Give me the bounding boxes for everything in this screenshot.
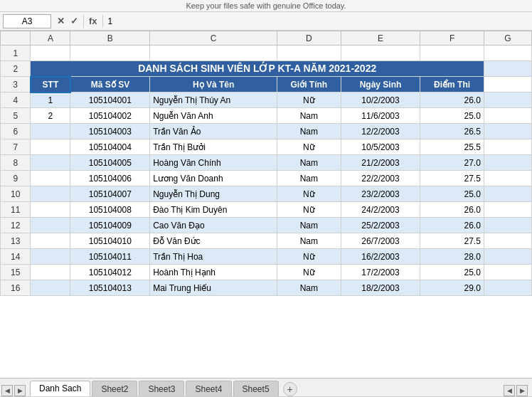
cell-mssv[interactable]: 105104007 bbox=[70, 186, 150, 202]
cell-stt[interactable] bbox=[31, 186, 70, 202]
cell-gioitinh[interactable]: Nam bbox=[277, 233, 341, 249]
cell-stt[interactable] bbox=[31, 265, 70, 280]
cell-mssv[interactable]: 105104008 bbox=[70, 202, 150, 218]
cell-ngaysinh[interactable]: 16/2/2003 bbox=[341, 249, 420, 265]
cell-mssv[interactable]: 105104010 bbox=[70, 233, 150, 249]
cell-diemthi[interactable]: 25.0 bbox=[420, 186, 484, 202]
cell-gioitinh[interactable]: Nam bbox=[277, 171, 341, 186]
cell-stt[interactable]: 2 bbox=[31, 108, 70, 124]
cell-hoten[interactable]: Trần Thị Hoa bbox=[150, 249, 277, 265]
cell-hoten[interactable]: Đào Thị Kim Duyên bbox=[150, 202, 277, 218]
cell-gioitinh[interactable]: Nữ bbox=[277, 186, 341, 202]
cell-hoten[interactable]: Đỗ Văn Đức bbox=[150, 233, 277, 249]
insert-function-btn[interactable]: fx bbox=[86, 16, 100, 26]
cell-mssv[interactable]: 105104011 bbox=[70, 249, 150, 265]
col-header-f[interactable]: F bbox=[420, 31, 484, 46]
cancel-formula-btn[interactable]: ✕ bbox=[54, 16, 68, 26]
cell-ngaysinh[interactable]: 18/2/2003 bbox=[341, 280, 420, 296]
cell-mssv[interactable]: 105104009 bbox=[70, 218, 150, 233]
sheet-scroll-left-icon[interactable]: ◀ bbox=[504, 385, 515, 396]
cell-g15[interactable] bbox=[484, 265, 531, 280]
cell-stt[interactable] bbox=[31, 171, 70, 186]
cell-stt[interactable]: 1 bbox=[31, 92, 70, 108]
confirm-formula-btn[interactable]: ✓ bbox=[68, 16, 81, 26]
cell-g3[interactable] bbox=[484, 77, 531, 92]
header-stt[interactable]: STT bbox=[31, 77, 70, 92]
sheet-tab-sheet5[interactable]: Sheet5 bbox=[233, 381, 279, 396]
cell-g10[interactable] bbox=[484, 186, 531, 202]
header-gioitinh[interactable]: Giới Tính bbox=[277, 77, 341, 92]
add-sheet-btn[interactable]: + bbox=[283, 382, 297, 396]
sheet-tab-sheet4[interactable]: Sheet4 bbox=[186, 381, 231, 396]
col-header-e[interactable]: E bbox=[341, 31, 420, 46]
cell-e1[interactable] bbox=[341, 46, 420, 61]
cell-mssv[interactable]: 105104013 bbox=[70, 280, 150, 296]
cell-g2[interactable] bbox=[484, 61, 531, 77]
cell-g13[interactable] bbox=[484, 233, 531, 249]
cell-hoten[interactable]: Nguễn Văn Anh bbox=[150, 108, 277, 124]
cell-gioitinh[interactable]: Nữ bbox=[277, 202, 341, 218]
cell-ngaysinh[interactable]: 10/2/2003 bbox=[341, 92, 420, 108]
cell-ngaysinh[interactable]: 22/2/2003 bbox=[341, 171, 420, 186]
header-hoten[interactable]: Họ Và Tên bbox=[150, 77, 277, 92]
cell-diemthi[interactable]: 26.0 bbox=[420, 202, 484, 218]
cell-hoten[interactable]: Trần Văn Ảo bbox=[150, 124, 277, 139]
cell-hoten[interactable]: Nguyễn Thị Thúy An bbox=[150, 92, 277, 108]
cell-stt[interactable] bbox=[31, 249, 70, 265]
cell-d1[interactable] bbox=[277, 46, 341, 61]
cell-gioitinh[interactable]: Nam bbox=[277, 218, 341, 233]
sheet-tab-sheet2[interactable]: Sheet2 bbox=[92, 381, 137, 396]
cell-diemthi[interactable]: 25.0 bbox=[420, 108, 484, 124]
cell-gioitinh[interactable]: Nam bbox=[277, 124, 341, 139]
cell-stt[interactable] bbox=[31, 218, 70, 233]
cell-g8[interactable] bbox=[484, 155, 531, 171]
cell-g12[interactable] bbox=[484, 218, 531, 233]
col-header-g[interactable]: G bbox=[484, 31, 531, 46]
cell-diemthi[interactable]: 27.0 bbox=[420, 155, 484, 171]
cell-b1[interactable] bbox=[70, 46, 150, 61]
header-mssv[interactable]: Mã Số SV bbox=[70, 77, 150, 92]
cell-ngaysinh[interactable]: 21/2/2003 bbox=[341, 155, 420, 171]
cell-gioitinh[interactable]: Nữ bbox=[277, 92, 341, 108]
cell-stt[interactable] bbox=[31, 155, 70, 171]
cell-ngaysinh[interactable]: 17/2/2003 bbox=[341, 265, 420, 280]
cell-mssv[interactable]: 105104005 bbox=[70, 155, 150, 171]
cell-g7[interactable] bbox=[484, 139, 531, 155]
cell-diemthi[interactable]: 25.0 bbox=[420, 265, 484, 280]
cell-g11[interactable] bbox=[484, 202, 531, 218]
cell-a1[interactable] bbox=[31, 46, 70, 61]
cell-diemthi[interactable]: 27.5 bbox=[420, 171, 484, 186]
header-ngaysinh[interactable]: Ngày Sinh bbox=[341, 77, 420, 92]
cell-stt[interactable] bbox=[31, 280, 70, 296]
cell-gioitinh[interactable]: Nam bbox=[277, 280, 341, 296]
cell-ngaysinh[interactable]: 26/7/2003 bbox=[341, 233, 420, 249]
cell-hoten[interactable]: Mai Trung Hiếu bbox=[150, 280, 277, 296]
col-header-b[interactable]: B bbox=[70, 31, 150, 46]
cell-mssv[interactable]: 105104003 bbox=[70, 124, 150, 139]
cell-ngaysinh[interactable]: 12/2/2003 bbox=[341, 124, 420, 139]
cell-hoten[interactable]: Cao Văn Đạo bbox=[150, 218, 277, 233]
cell-mssv[interactable]: 105104006 bbox=[70, 171, 150, 186]
cell-gioitinh[interactable]: Nam bbox=[277, 155, 341, 171]
cell-g1[interactable] bbox=[484, 46, 531, 61]
cell-stt[interactable] bbox=[31, 139, 70, 155]
cell-gioitinh[interactable]: Nữ bbox=[277, 265, 341, 280]
cell-c1[interactable] bbox=[150, 46, 277, 61]
cell-g9[interactable] bbox=[484, 171, 531, 186]
cell-ref-input[interactable] bbox=[3, 14, 51, 28]
cell-gioitinh[interactable]: Nữ bbox=[277, 249, 341, 265]
cell-ngaysinh[interactable]: 24/2/2003 bbox=[341, 202, 420, 218]
cell-hoten[interactable]: Lương Văn Doanh bbox=[150, 171, 277, 186]
cell-gioitinh[interactable]: Nam bbox=[277, 108, 341, 124]
cell-ngaysinh[interactable]: 11/6/2003 bbox=[341, 108, 420, 124]
cell-mssv[interactable]: 105104012 bbox=[70, 265, 150, 280]
cell-diemthi[interactable]: 25.5 bbox=[420, 139, 484, 155]
sheet-tab-danh-sach[interactable]: Danh Sach bbox=[30, 381, 90, 396]
cell-diemthi[interactable]: 28.0 bbox=[420, 249, 484, 265]
sheet-tab-sheet3[interactable]: Sheet3 bbox=[139, 381, 184, 396]
header-diemthi[interactable]: Điểm Thi bbox=[420, 77, 484, 92]
tab-scroll-right-btn[interactable]: ▶ bbox=[14, 385, 26, 396]
col-header-c[interactable]: C bbox=[150, 31, 277, 46]
cell-diemthi[interactable]: 27.5 bbox=[420, 233, 484, 249]
cell-stt[interactable] bbox=[31, 233, 70, 249]
